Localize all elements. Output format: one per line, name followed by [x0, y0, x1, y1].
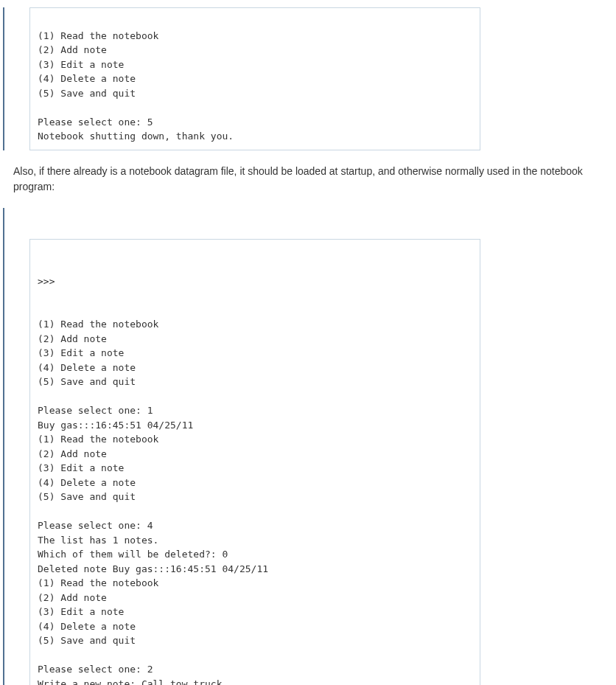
code-line: Deleted note Buy gas:::16:45:51 04/25/11 [38, 563, 268, 574]
code-line: Please select one: 1 [38, 405, 153, 416]
code-line: (3) Edit a note [38, 606, 124, 617]
code-line [38, 391, 43, 402]
code-line [38, 102, 43, 113]
code-line: (5) Save and quit [38, 491, 136, 502]
code-line: (4) Delete a note [38, 73, 136, 84]
quote-block-1: (1) Read the notebook (2) Add note (3) E… [3, 7, 616, 150]
code-line: (2) Add note [38, 448, 107, 459]
code-block-1: (1) Read the notebook (2) Add note (3) E… [29, 7, 480, 150]
code-line: Buy gas:::16:45:51 04/25/11 [38, 420, 193, 431]
code-line: The list has 1 notes. [38, 535, 158, 546]
code-line: (3) Edit a note [38, 59, 124, 70]
code-line: (4) Delete a note [38, 362, 136, 373]
code-line: (5) Save and quit [38, 635, 136, 646]
code-line: (1) Read the notebook [38, 30, 158, 41]
code-line: >>> [38, 276, 55, 287]
code-line [38, 650, 43, 661]
code-line: Please select one: 5 [38, 117, 153, 128]
code-line: Please select one: 4 [38, 520, 153, 531]
quote-block-2: >>> (1) Read the notebook (2) Add note (… [3, 208, 616, 686]
code-line: (5) Save and quit [38, 376, 136, 387]
code-line: Please select one: 2 [38, 664, 153, 675]
code-line: (1) Read the notebook [38, 434, 158, 445]
code-line: (2) Add note [38, 592, 107, 603]
code-line: Notebook shutting down, thank you. [38, 131, 234, 142]
code-line [38, 506, 43, 517]
code-line: Which of them will be deleted?: 0 [38, 549, 228, 560]
code-line: (3) Edit a note [38, 347, 124, 358]
description-paragraph: Also, if there already is a notebook dat… [3, 164, 616, 195]
code-line: (5) Save and quit [38, 88, 136, 99]
code-line: (2) Add note [38, 333, 107, 344]
code-line: (2) Add note [38, 44, 107, 55]
code-block-2: >>> (1) Read the notebook (2) Add note (… [29, 239, 480, 686]
code-line: (1) Read the notebook [38, 319, 158, 330]
code-line: (1) Read the notebook [38, 577, 158, 588]
code-line [38, 305, 43, 316]
code-line [38, 290, 43, 301]
code-line: Write a new note: Call tow truck [38, 678, 222, 686]
code-line [38, 261, 43, 272]
code-line: (3) Edit a note [38, 462, 124, 473]
code-line: (4) Delete a note [38, 621, 136, 632]
code-line: (4) Delete a note [38, 477, 136, 488]
